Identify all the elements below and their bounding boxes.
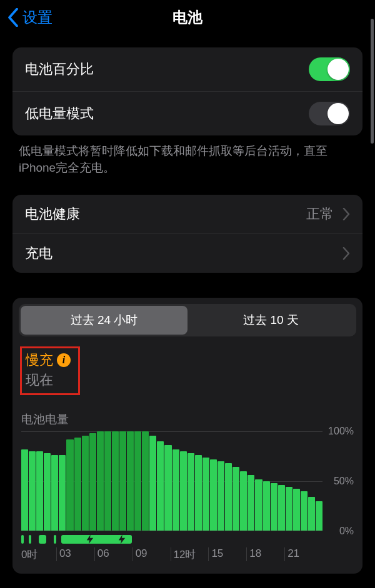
toggle-knob bbox=[328, 103, 349, 124]
slow-charge-row[interactable]: 慢充 i bbox=[26, 351, 71, 370]
now-label: 现在 bbox=[26, 371, 71, 390]
chart-bar bbox=[142, 431, 149, 531]
scrollbar[interactable] bbox=[371, 19, 374, 144]
chart-bar bbox=[255, 479, 262, 531]
y-label-50: 50% bbox=[334, 476, 354, 487]
chart-section: 过去 24 小时 过去 10 天 慢充 i 现在 电池电量 100% 50% 0… bbox=[12, 298, 362, 574]
bolt-icon bbox=[116, 534, 128, 545]
charging-segment bbox=[21, 535, 24, 544]
back-button[interactable]: 设置 bbox=[8, 7, 52, 27]
tab-last-10d[interactable]: 过去 10 天 bbox=[188, 306, 354, 335]
charging-strip bbox=[21, 535, 322, 544]
page-title: 电池 bbox=[0, 7, 375, 27]
charging-right bbox=[334, 247, 350, 260]
chart-bar bbox=[97, 431, 104, 531]
battery-health-value: 正常 bbox=[306, 205, 334, 223]
chart-bar bbox=[188, 453, 194, 531]
chart-bar bbox=[119, 431, 126, 531]
chart-bar bbox=[164, 445, 171, 531]
battery-level-chart: 100% 50% 0% bbox=[19, 431, 356, 531]
chart-bar bbox=[180, 451, 187, 531]
y-label-100: 100% bbox=[328, 426, 354, 437]
health-section: 电池健康 正常 充电 bbox=[12, 195, 362, 273]
chart-bar bbox=[51, 455, 58, 531]
charging-label: 充电 bbox=[25, 244, 52, 263]
chart-bar bbox=[316, 501, 322, 531]
chart-bars bbox=[21, 431, 322, 531]
x-tick-label: 03 bbox=[56, 547, 94, 561]
chevron-right-icon bbox=[342, 247, 350, 260]
chart-bar bbox=[36, 451, 43, 531]
tab-last-24h[interactable]: 过去 24 小时 bbox=[21, 306, 188, 335]
chart-bar bbox=[263, 481, 270, 531]
x-tick-label: 21 bbox=[284, 547, 322, 561]
chart-title: 电池电量 bbox=[21, 411, 354, 428]
chart-bar bbox=[127, 431, 134, 531]
charging-row[interactable]: 充电 bbox=[12, 233, 362, 273]
toggle-knob bbox=[328, 59, 349, 80]
chart-bar bbox=[157, 441, 164, 531]
low-power-toggle[interactable] bbox=[309, 102, 350, 125]
slow-charge-label: 慢充 bbox=[26, 351, 53, 370]
x-tick-label: 0时 bbox=[21, 547, 56, 561]
chart-bar bbox=[112, 431, 119, 531]
chart-bar bbox=[232, 467, 239, 531]
chart-area bbox=[21, 431, 322, 531]
chart-bar bbox=[202, 458, 209, 531]
x-tick-label: 18 bbox=[246, 547, 284, 561]
low-power-label: 低电量模式 bbox=[25, 104, 94, 123]
chart-bar bbox=[225, 463, 232, 531]
chart-bar bbox=[271, 483, 278, 531]
battery-percentage-row: 电池百分比 bbox=[12, 47, 362, 91]
chart-bar bbox=[301, 491, 308, 531]
x-tick-label: 12时 bbox=[171, 547, 209, 561]
chart-bar bbox=[195, 455, 202, 531]
x-axis-labels: 0时03060912时151821 bbox=[21, 547, 322, 561]
chart-bar bbox=[44, 453, 51, 531]
chart-bar bbox=[308, 497, 315, 531]
chart-bar bbox=[248, 475, 254, 531]
y-label-0: 0% bbox=[339, 526, 354, 537]
low-power-row: 低电量模式 bbox=[12, 91, 362, 135]
chart-bar bbox=[21, 449, 28, 531]
nav-bar: 设置 电池 bbox=[0, 0, 375, 35]
x-tick-label: 15 bbox=[208, 547, 246, 561]
x-tick-label: 06 bbox=[94, 547, 132, 561]
chart-bar bbox=[293, 489, 300, 531]
chart-bar bbox=[172, 449, 179, 531]
battery-health-row[interactable]: 电池健康 正常 bbox=[12, 195, 362, 233]
charging-segment bbox=[29, 535, 31, 544]
status-highlight-box: 慢充 i 现在 bbox=[20, 346, 80, 395]
battery-percentage-toggle[interactable] bbox=[309, 57, 350, 81]
chart-bar bbox=[134, 431, 141, 531]
time-segment: 过去 24 小时 过去 10 天 bbox=[19, 304, 356, 336]
chart-bar bbox=[149, 436, 156, 531]
charging-segment bbox=[39, 535, 46, 544]
bolt-icon bbox=[84, 534, 96, 545]
x-tick-label: 09 bbox=[132, 547, 171, 561]
charging-segment bbox=[54, 535, 56, 544]
chart-bar bbox=[89, 433, 96, 531]
chart-bar bbox=[240, 471, 247, 531]
chart-bar bbox=[66, 439, 73, 531]
chart-bar bbox=[210, 459, 217, 531]
info-icon[interactable]: i bbox=[57, 353, 71, 367]
battery-percentage-label: 电池百分比 bbox=[25, 60, 94, 79]
battery-health-right: 正常 bbox=[306, 205, 350, 223]
chart-bar bbox=[218, 461, 224, 531]
chart-bar bbox=[104, 431, 111, 531]
battery-health-label: 电池健康 bbox=[25, 205, 80, 223]
chart-bar bbox=[74, 438, 81, 531]
chart-bar bbox=[29, 451, 36, 531]
back-label: 设置 bbox=[22, 7, 52, 27]
chart-bar bbox=[82, 436, 89, 531]
low-power-note: 低电量模式将暂时降低如下载和邮件抓取等后台活动，直至 iPhone完全充电。 bbox=[0, 135, 375, 176]
chevron-right-icon bbox=[342, 208, 350, 220]
chart-bar bbox=[278, 485, 285, 531]
chart-bar bbox=[286, 487, 292, 531]
toggle-section: 电池百分比 低电量模式 bbox=[12, 47, 362, 135]
chevron-left-icon bbox=[8, 8, 19, 27]
chart-bar bbox=[59, 455, 66, 531]
y-axis-labels: 100% 50% 0% bbox=[322, 431, 354, 531]
